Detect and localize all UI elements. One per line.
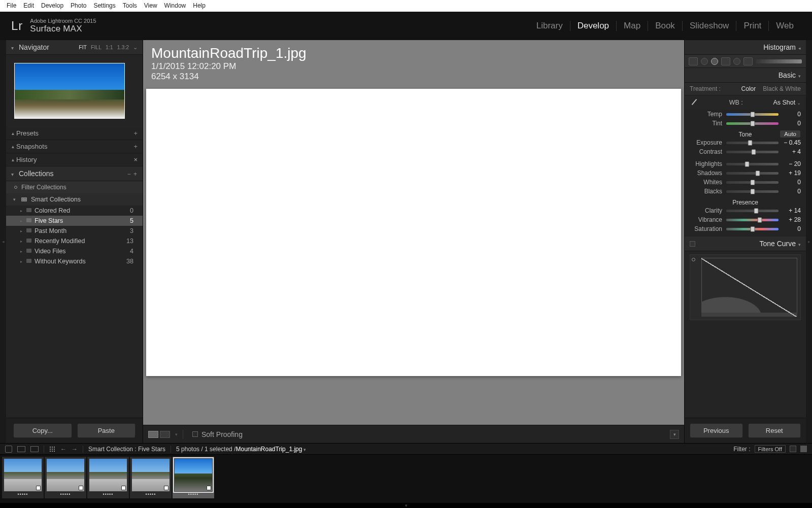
menu-edit[interactable]: Edit [20,2,38,9]
os-menubar[interactable]: FileEditDevelopPhotoSettingsToolsViewWin… [0,0,812,11]
filter-dropdown[interactable]: Filters Off [755,445,786,453]
app-logo: Lr [11,19,23,33]
slider-highlights[interactable]: Highlights− 20 [685,159,806,168]
collection-without-keywords[interactable]: ▸Without Keywords38 [6,256,143,266]
filter-lock-icon[interactable] [790,446,796,452]
second-display-icon[interactable] [30,446,39,452]
slider-clarity[interactable]: Clarity+ 14 [685,206,806,215]
auto-button[interactable]: Auto [780,130,801,138]
collection-recently-modified[interactable]: ▸Recently Modified13 [6,236,143,246]
treatment-color[interactable]: Color [741,85,756,92]
panel-history[interactable]: ▸History× [6,153,143,166]
panel-snapshots[interactable]: ▸Snapshots+ [6,140,143,153]
collection-past-month[interactable]: ▸Past Month3 [6,226,143,236]
tool-slider[interactable] [756,59,802,63]
smart-collections-list: ▸Colored Red0▸Five Stars5▸Past Month3▸Re… [6,206,143,266]
filmstrip[interactable]: ••••••••••••••••••••••••• [0,454,812,503]
crop-tool-icon[interactable] [689,57,698,65]
slider-whites[interactable]: Whites0 [685,178,806,187]
filmstrip-thumb[interactable]: ••••• [173,457,214,498]
wb-dropdown[interactable]: As Shot [773,99,801,106]
basic-header[interactable]: Basic [685,68,806,83]
panel-collections[interactable]: Collections [6,166,143,181]
photo-filename: MountainRoadTrip_1.jpg [151,45,307,61]
slider-exposure[interactable]: Exposure− 0.45 [685,138,806,147]
zoom-132[interactable]: 1.3:2 [117,44,129,50]
menu-develop[interactable]: Develop [38,2,67,9]
navigator-header[interactable]: Navigator FITFILL1:11.3:2⌄ [6,40,143,55]
filmstrip-collapse[interactable]: ▾ [0,503,812,508]
menu-help[interactable]: Help [189,2,209,9]
slider-temp[interactable]: Temp0 [685,110,806,119]
redeye-icon[interactable] [711,58,718,65]
filmstrip-thumb[interactable]: ••••• [130,457,172,498]
navigator-zoom[interactable]: FITFILL1:11.3:2⌄ [79,44,138,50]
module-print[interactable]: Print [736,21,769,31]
module-map[interactable]: Map [617,21,648,31]
panel-presets[interactable]: ▸Presets+ [6,127,143,140]
treatment-bw[interactable]: Black & White [763,85,801,92]
toolbar-options[interactable]: ▾ [670,430,679,439]
menu-view[interactable]: View [141,2,161,9]
navigator-preview[interactable] [6,55,143,127]
collection-colored-red[interactable]: ▸Colored Red0 [6,206,143,216]
tone-curve-toggle[interactable] [690,241,695,247]
filmstrip-thumb[interactable]: ••••• [2,457,44,498]
filter-collections[interactable]: Filter Collections [6,181,143,193]
zoom-11[interactable]: 1:1 [106,44,113,50]
main-display-icon[interactable] [17,446,25,452]
menu-settings[interactable]: Settings [90,2,119,9]
histogram-header[interactable]: Histogram [685,40,806,55]
slider-tint[interactable]: Tint0 [685,119,806,128]
eyedropper-icon[interactable] [690,98,699,107]
paste-button[interactable]: Paste [77,423,136,438]
module-web[interactable]: Web [769,21,801,31]
slider-contrast[interactable]: Contrast+ 4 [685,147,806,156]
module-develop[interactable]: Develop [570,21,617,31]
loupe-view[interactable]: MountainRoadTrip_1.jpg 1/1/2015 12:02:20… [143,40,684,425]
slider-vibrance[interactable]: Vibrance+ 28 [685,215,806,224]
module-library[interactable]: Library [529,21,570,31]
filmstrip-thumb[interactable]: ••••• [87,457,129,498]
collection-video-files[interactable]: ▸Video Files4 [6,246,143,256]
brush-icon[interactable] [743,57,753,65]
spot-removal-icon[interactable] [701,58,708,65]
collection-five-stars[interactable]: ▸Five Stars5 [6,216,143,226]
forward-icon[interactable]: → [72,446,78,453]
smart-collections-header[interactable]: Smart Collections [6,193,143,206]
filter-toggle-icon[interactable] [800,446,807,452]
view-mode-buttons[interactable] [148,431,170,438]
previous-button[interactable]: Previous [690,423,743,438]
point-curve-icon[interactable] [692,258,695,261]
menu-tools[interactable]: Tools [119,2,141,9]
checkbox-icon[interactable] [192,431,198,437]
graduated-filter-icon[interactable] [721,57,730,65]
soft-proofing-toggle[interactable]: Soft Proofing [192,430,243,438]
grid-icon[interactable] [49,446,55,452]
reset-button[interactable]: Reset [748,423,801,438]
source-label[interactable]: Smart Collection : Five Stars [88,446,165,453]
before-after-icon[interactable] [160,431,170,438]
menu-file[interactable]: File [3,2,20,9]
navigator-thumb[interactable] [14,63,125,119]
develop-toolstrip[interactable] [685,55,806,68]
module-book[interactable]: Book [648,21,683,31]
menu-photo[interactable]: Photo [67,2,90,9]
left-rail[interactable]: ◂ [0,40,6,443]
copy-button[interactable]: Copy... [13,423,72,438]
zoom-FILL[interactable]: FILL [91,44,101,50]
radial-filter-icon[interactable] [733,58,740,65]
hand-tool-icon[interactable] [5,446,12,453]
slider-blacks[interactable]: Blacks0 [685,187,806,196]
loupe-view-icon[interactable] [148,431,158,438]
tone-curve-graph[interactable] [690,254,801,320]
module-slideshow[interactable]: Slideshow [683,21,737,31]
zoom-FIT[interactable]: FIT [79,44,87,50]
slider-saturation[interactable]: Saturation0 [685,224,806,233]
slider-shadows[interactable]: Shadows+ 19 [685,168,806,178]
right-rail[interactable]: ▸ [806,40,812,443]
filmstrip-thumb[interactable]: ••••• [45,457,86,498]
tone-curve-header[interactable]: Tone Curve [685,236,806,251]
back-icon[interactable]: ← [60,446,66,453]
menu-window[interactable]: Window [161,2,190,9]
